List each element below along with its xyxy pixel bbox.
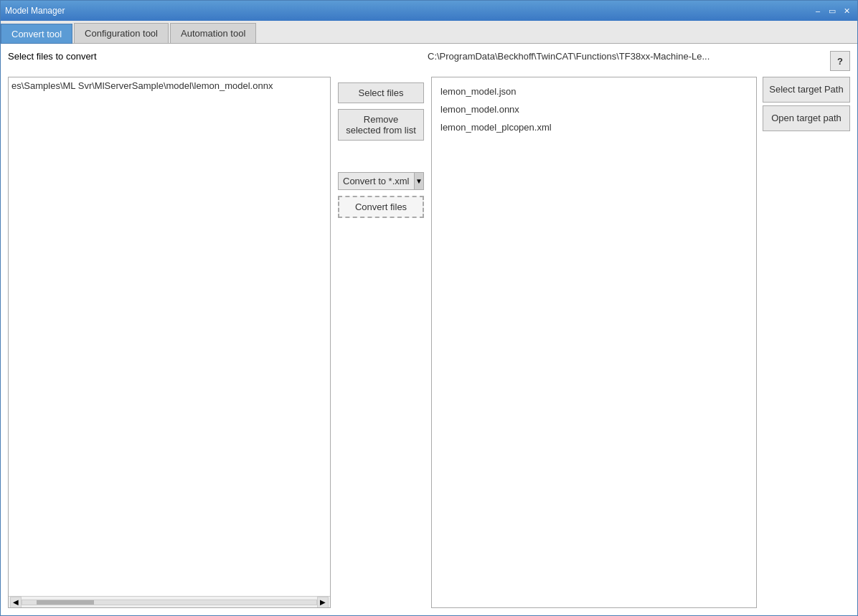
output-file-item-2: lemon_model.onnx [438, 101, 750, 119]
tab-automation[interactable]: Automation tool [170, 23, 256, 43]
dropdown-arrow-icon[interactable]: ▼ [415, 172, 424, 190]
select-files-button[interactable]: Select files [338, 82, 424, 103]
output-file-item-3: lemon_model_plcopen.xml [438, 119, 750, 137]
tab-convert[interactable]: Convert tool [1, 24, 72, 44]
help-btn-container: ? [757, 51, 850, 71]
horizontal-scrollbar[interactable]: ◀ ▶ [9, 596, 330, 607]
scroll-right-arrow[interactable]: ▶ [317, 597, 329, 608]
select-files-label: Select files to convert [8, 51, 97, 62]
right-path-area: C:\ProgramData\Beckhoff\TwinCAT\Function… [428, 51, 757, 62]
output-file-item-1: lemon_model.json [438, 83, 750, 101]
action-buttons-panel: Select files Remove selected from list C… [331, 77, 431, 608]
scrollbar-thumb[interactable] [37, 600, 94, 605]
close-button[interactable]: ✕ [840, 4, 853, 17]
minimize-button[interactable]: – [811, 4, 824, 17]
title-bar: Model Manager – ▭ ✕ [1, 1, 857, 21]
source-files-list: es\Samples\ML Svr\MlServerSample\model\l… [9, 77, 330, 596]
select-target-path-button[interactable]: Select target Path [763, 77, 850, 103]
tab-bar: Convert tool Configuration tool Automati… [1, 21, 857, 44]
output-files-panel: lemon_model.json lemon_model.onnx lemon_… [431, 77, 757, 608]
target-path-display: C:\ProgramData\Beckhoff\TwinCAT\Function… [428, 51, 757, 62]
tab-configuration[interactable]: Configuration tool [74, 23, 169, 43]
open-target-path-button[interactable]: Open target path [763, 105, 850, 131]
remove-selected-button[interactable]: Remove selected from list [338, 109, 424, 141]
scroll-left-arrow[interactable]: ◀ [10, 597, 22, 608]
scrollbar-track[interactable] [22, 600, 317, 605]
convert-files-button[interactable]: Convert files [338, 196, 424, 218]
title-bar-controls: – ▭ ✕ [811, 4, 853, 17]
help-button[interactable]: ? [830, 51, 850, 71]
source-files-panel: es\Samples\ML Svr\MlServerSample\model\l… [8, 77, 331, 608]
header-row: Select files to convert C:\ProgramData\B… [8, 51, 850, 71]
source-file-item: es\Samples\ML Svr\MlServerSample\model\l… [11, 80, 327, 91]
full-content-row: es\Samples\ML Svr\MlServerSample\model\l… [8, 77, 850, 608]
left-header-area: Select files to convert [8, 51, 331, 62]
main-content: Select files to convert C:\ProgramData\B… [1, 44, 857, 615]
window-title: Model Manager [5, 6, 65, 16]
restore-button[interactable]: ▭ [826, 4, 839, 17]
output-files-list: lemon_model.json lemon_model.onnx lemon_… [435, 80, 753, 605]
main-window: Model Manager – ▭ ✕ Convert tool Configu… [0, 0, 858, 616]
convert-dropdown-container: Convert to *.xml ▼ [338, 172, 424, 190]
target-path-buttons-panel: Select target Path Open target path [757, 77, 850, 608]
convert-to-dropdown[interactable]: Convert to *.xml [338, 172, 415, 190]
